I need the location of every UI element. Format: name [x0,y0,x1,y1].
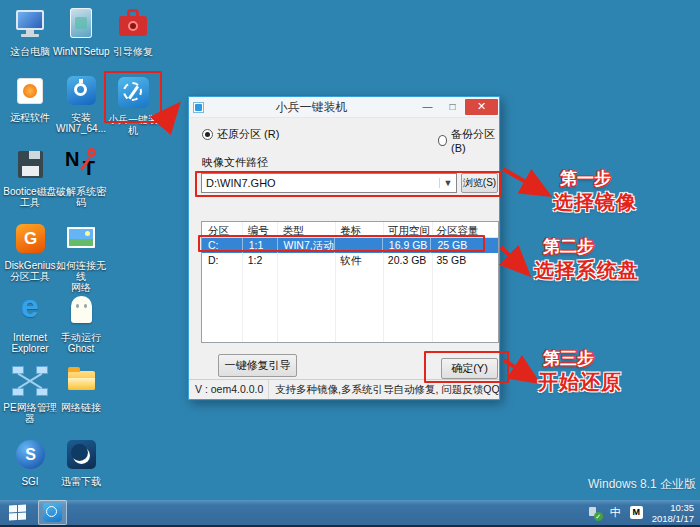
step2-title: 第二步 [543,235,594,258]
partition-mode-radios: 还原分区 (R) 备份分区 (B) [189,127,499,143]
ghost-icon [61,292,101,330]
onekey-installer-dialog: 小兵一键装机 — □ ✕ 还原分区 (R) 备份分区 (B) 映像文件路径 D:… [188,96,500,400]
windows-watermark: Windows 8.1 企业版 [588,476,696,493]
minimize-button[interactable]: — [415,99,440,115]
system-tray: ✓ 中 M 10:35 2018/1/17 [587,502,700,524]
icon-label: SGI [2,476,58,487]
dialog-statusbar: V : oem4.0.0.0 支持多种镜像,多系统引导自动修复, 问题反馈QQ群… [189,379,499,399]
dialog-app-icon [193,102,204,113]
chevron-down-icon[interactable]: ▼ [439,178,456,188]
glass-box-icon [61,6,101,44]
desktop-icon-bootice[interactable]: Bootice磁盘工具 [2,146,58,208]
arrow-icon-to-dialog [160,106,177,126]
desktop-icon-wireless-help[interactable]: 如何连接无线网络 [53,220,109,293]
step1-subtitle: 选择镜像 [553,189,637,216]
dialog-titlebar[interactable]: 小兵一键装机 — □ ✕ [189,97,499,118]
table-header-row: 分区 编号 类型 卷标 可用空间 分区容量 [202,222,498,238]
image-path-value: D:\WIN7.GHO [202,177,439,189]
desktop-icon-thunder-download[interactable]: 迅雷下载 [53,436,109,487]
image-path-combobox[interactable]: D:\WIN7.GHO ▼ [201,173,457,193]
step3-subtitle: 开始还原 [538,369,622,396]
icon-label: Bootice磁盘工具 [2,186,58,208]
desktop-icon-crack-password[interactable]: NT 破解系统密码 [53,146,109,208]
status-info-text: 支持多种镜像,多系统引导自动修复, 问题反馈QQ群:606616468 [269,380,499,399]
sgi-icon: S [10,436,50,474]
icon-label: 远程软件 [2,112,58,123]
desktop-icon-remote-software[interactable]: 远程软件 [2,72,58,123]
desktop-icon-this-pc[interactable]: 这台电脑 [2,6,58,57]
desktop-icon-network-link[interactable]: 网络链接 [53,362,109,413]
icon-label: DiskGenius分区工具 [2,260,58,282]
table-row-d[interactable]: D: 1:2 软件 20.3 GB 35 GB [202,253,498,268]
taskbar-clock[interactable]: 10:35 2018/1/17 [652,502,694,524]
icon-label: 安装WIN7_64... [53,112,109,134]
clock-time: 10:35 [652,502,694,513]
step2-subtitle: 选择系统盘 [534,257,639,284]
partition-table: 分区 编号 类型 卷标 可用空间 分区容量 C: 1:1 WIN7,活动 16.… [201,221,499,343]
ie-icon: e [10,292,50,330]
icon-label: WinNTSetup [53,46,109,57]
icon-label: 迅雷下载 [53,476,109,487]
taskbar: ✓ 中 M 10:35 2018/1/17 [0,500,700,527]
table-row-c-selected[interactable]: C: 1:1 WIN7,活动 16.9 GB 25 GB [202,238,498,253]
browse-button[interactable]: 浏览(S) [461,173,498,193]
remote-icon [10,72,50,110]
desktop-icon-onekey-installer[interactable]: 小兵一键装机 [105,74,161,136]
onekey-app-icon [113,74,153,112]
desktop-icon-boot-repair[interactable]: 引导修复 [105,6,161,57]
start-button[interactable] [0,499,34,526]
image-path-label: 映像文件路径 [202,155,268,170]
desktop-icon-pe-network-manager[interactable]: PE网络管理器 [2,362,58,424]
tray-m-icon[interactable]: M [630,506,643,519]
network-diagram-icon [10,362,50,400]
radio-backup-partition[interactable]: 备份分区 (B) [438,127,499,154]
onekey-app-icon-small [43,503,62,522]
ime-indicator[interactable]: 中 [610,505,621,520]
radio-selected-dot [202,129,213,140]
icon-label: PE网络管理器 [2,402,58,424]
arrow-step1 [503,169,547,194]
nt-key-icon: NT [61,146,101,184]
desktop-icon-winntsetup[interactable]: WinNTSetup [53,6,109,57]
icon-label: 这台电脑 [2,46,58,57]
desktop-icon-internet-explorer[interactable]: e InternetExplorer [2,292,58,354]
thunder-bird-icon [61,436,101,474]
icon-label: InternetExplorer [2,332,58,354]
floppy-disk-icon [10,146,50,184]
desktop-icon-sgi[interactable]: S SGI [2,436,58,487]
icon-label: 小兵一键装机 [105,114,161,136]
clock-date: 2018/1/17 [652,513,694,524]
icon-label: 引导修复 [105,46,161,57]
gear-icon [61,72,101,110]
icon-label: 破解系统密码 [53,186,109,208]
maximize-button[interactable]: □ [440,99,465,115]
step3-title: 第三步 [543,347,594,370]
desktop-icon-install-win7[interactable]: 安装WIN7_64... [53,72,109,134]
icon-label: 网络链接 [53,402,109,413]
windows-logo-icon [9,504,26,520]
picture-icon [61,220,101,258]
version-text: V : oem4.0.0.0 [189,380,269,399]
radio-restore-partition[interactable]: 还原分区 (R) [202,127,279,142]
icon-label: 如何连接无线网络 [53,260,109,293]
close-button[interactable]: ✕ [465,99,498,115]
radio-unselected-dot [438,135,447,146]
desktop-icon-run-ghost[interactable]: 手动运行Ghost [53,292,109,354]
desktop-icon-diskgenius[interactable]: G DiskGenius分区工具 [2,220,58,282]
toolbox-icon [113,6,153,44]
dialog-title: 小兵一键装机 [208,99,415,116]
taskbar-app-onekey[interactable] [38,500,67,525]
repair-boot-button[interactable]: 一键修复引导 [218,354,297,377]
safely-remove-hardware-icon[interactable]: ✓ [587,506,601,520]
computer-icon [10,6,50,44]
step1-title: 第一步 [560,167,611,190]
arrow-step2 [501,247,527,273]
ok-button[interactable]: 确定(Y) [441,358,498,379]
diskgenius-icon: G [10,220,50,258]
icon-label: 手动运行Ghost [53,332,109,354]
arrow-step3 [504,360,536,381]
folder-icon [61,362,101,400]
